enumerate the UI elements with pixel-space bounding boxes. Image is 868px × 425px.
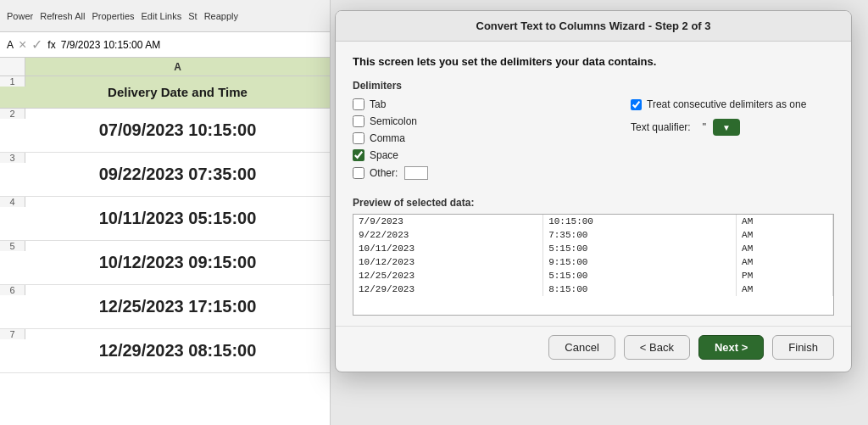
- row-number: 2: [0, 109, 25, 119]
- table-row: 7 12/29/2023 08:15:00: [0, 329, 330, 373]
- table-row: 5 10/12/2023 09:15:00: [0, 241, 330, 285]
- preview-cell: 9:15:00: [543, 255, 737, 269]
- formula-value: 7/9/2023 10:15:00 AM: [61, 39, 160, 51]
- back-button[interactable]: < Back: [624, 335, 690, 360]
- other-label: Other:: [370, 167, 398, 179]
- preview-cell: 12/29/2023: [353, 282, 543, 296]
- preview-cell: AM: [737, 228, 833, 242]
- other-text-input[interactable]: [404, 166, 428, 180]
- toolbar-refresh: Refresh All: [40, 11, 85, 21]
- data-cell: 09/22/2023 07:35:00: [25, 161, 330, 187]
- qualifier-dropdown-button[interactable]: ▼: [713, 119, 740, 136]
- row-number: 3: [0, 153, 25, 163]
- table-row: 1 Delivery Date and Time: [0, 76, 330, 109]
- text-qualifier-value: ": [698, 120, 711, 135]
- dialog-columns: Delimiters Tab Semicolon Comma Space: [353, 80, 834, 185]
- table-row: 6 12/25/2023 17:15:00: [0, 285, 330, 329]
- semicolon-checkbox[interactable]: [353, 115, 364, 127]
- preview-cell: 7/9/2023: [353, 215, 543, 228]
- dialog-body: This screen lets you set the delimiters …: [336, 42, 851, 326]
- preview-label: Preview of selected data:: [353, 197, 834, 209]
- space-checkbox[interactable]: [353, 149, 364, 161]
- toolbar-reapply: Reapply: [204, 11, 238, 21]
- preview-row: 10/11/20235:15:00AM: [353, 242, 833, 255]
- preview-cell: AM: [737, 215, 833, 228]
- comma-checkbox[interactable]: [353, 132, 364, 144]
- dialog-description: This screen lets you set the delimiters …: [353, 55, 834, 68]
- dialog-footer: Cancel < Back Next > Finish: [336, 326, 851, 372]
- data-cell: 12/25/2023 17:15:00: [25, 294, 330, 320]
- finish-button[interactable]: Finish: [772, 335, 834, 360]
- preview-table: 7/9/202310:15:00AM9/22/20237:35:00AM10/1…: [353, 215, 833, 296]
- preview-cell: 12/25/2023: [353, 269, 543, 282]
- toolbar-power: Power: [7, 11, 33, 21]
- tab-label: Tab: [370, 98, 386, 110]
- sheet-rows: 1 Delivery Date and Time 2 07/09/2023 10…: [0, 76, 330, 373]
- preview-row: 7/9/202310:15:00AM: [353, 215, 833, 228]
- data-cell: 12/29/2023 08:15:00: [25, 338, 330, 364]
- convert-wizard-dialog: Convert Text to Columns Wizard - Step 2 …: [335, 10, 852, 372]
- preview-cell: 10/11/2023: [353, 242, 543, 255]
- preview-section: Preview of selected data: 7/9/202310:15:…: [353, 197, 834, 316]
- column-a-header: A: [25, 58, 330, 75]
- dialog-title: Convert Text to Columns Wizard - Step 2 …: [336, 11, 851, 42]
- delimiters-section: Delimiters Tab Semicolon Comma Space: [353, 80, 614, 185]
- preview-box: 7/9/202310:15:00AM9/22/20237:35:00AM10/1…: [353, 214, 834, 316]
- row-number: 1: [0, 76, 25, 87]
- toolbar-properties: Properties: [92, 11, 134, 21]
- preview-cell: 5:15:00: [543, 269, 737, 282]
- row-number: 7: [0, 329, 25, 339]
- toolbar-st: St: [188, 11, 197, 21]
- space-checkbox-row[interactable]: Space: [353, 149, 614, 161]
- semicolon-label: Semicolon: [370, 115, 417, 127]
- tab-checkbox[interactable]: [353, 98, 364, 110]
- header-cell: Delivery Date and Time: [25, 81, 330, 103]
- row-number: 5: [0, 241, 25, 251]
- treat-consecutive-row[interactable]: Treat consecutive delimiters as one: [631, 98, 834, 110]
- treat-consecutive-label: Treat consecutive delimiters as one: [647, 98, 806, 110]
- preview-cell: 5:15:00: [543, 242, 737, 255]
- preview-cell: 10:15:00: [543, 215, 737, 228]
- preview-cell: 7:35:00: [543, 228, 737, 242]
- delimiters-label: Delimiters: [353, 80, 614, 92]
- table-row: 3 09/22/2023 07:35:00: [0, 153, 330, 197]
- chevron-down-icon: ▼: [722, 123, 731, 132]
- data-cell: 10/11/2023 05:15:00: [25, 205, 330, 232]
- space-label: Space: [370, 149, 398, 161]
- preview-cell: PM: [737, 269, 833, 282]
- semicolon-checkbox-row[interactable]: Semicolon: [353, 115, 614, 127]
- preview-cell: AM: [737, 282, 833, 296]
- comma-label: Comma: [370, 132, 405, 144]
- text-qualifier-row: Text qualifier: " ▼: [631, 119, 834, 136]
- preview-row: 9/22/20237:35:00AM: [353, 228, 833, 242]
- row-num-col-header: [0, 58, 25, 75]
- text-qualifier-label: Text qualifier:: [631, 121, 691, 133]
- next-button[interactable]: Next >: [698, 335, 764, 360]
- table-row: 2 07/09/2023 10:15:00: [0, 109, 330, 153]
- table-row: 4 10/11/2023 05:15:00: [0, 197, 330, 241]
- tab-checkbox-row[interactable]: Tab: [353, 98, 614, 110]
- text-qualifier-select[interactable]: " ▼: [698, 119, 740, 136]
- preview-cell: 8:15:00: [543, 282, 737, 296]
- preview-cell: 10/12/2023: [353, 255, 543, 269]
- other-checkbox[interactable]: [353, 167, 364, 179]
- preview-cell: AM: [737, 242, 833, 255]
- spreadsheet: Power Refresh All Properties Edit Links …: [0, 0, 331, 425]
- preview-row: 12/29/20238:15:00AM: [353, 282, 833, 296]
- formula-bar: A × ✓ fx 7/9/2023 10:15:00 AM: [0, 32, 330, 58]
- preview-cell: AM: [737, 255, 833, 269]
- other-checkbox-row[interactable]: Other:: [353, 166, 614, 180]
- preview-row: 10/12/20239:15:00AM: [353, 255, 833, 269]
- data-cell: 07/09/2023 10:15:00: [25, 117, 330, 143]
- cell-reference: A: [7, 39, 14, 51]
- toolbar: Power Refresh All Properties Edit Links …: [0, 0, 330, 32]
- data-cell: 10/12/2023 09:15:00: [25, 249, 330, 276]
- column-header-row: A: [0, 58, 330, 76]
- preview-cell: 9/22/2023: [353, 228, 543, 242]
- cancel-button[interactable]: Cancel: [548, 335, 615, 360]
- treat-consecutive-checkbox[interactable]: [631, 99, 642, 110]
- comma-checkbox-row[interactable]: Comma: [353, 132, 614, 144]
- options-section: Treat consecutive delimiters as one Text…: [631, 80, 834, 185]
- formula-bar-label: fx: [47, 39, 55, 51]
- toolbar-editlinks: Edit Links: [142, 11, 182, 21]
